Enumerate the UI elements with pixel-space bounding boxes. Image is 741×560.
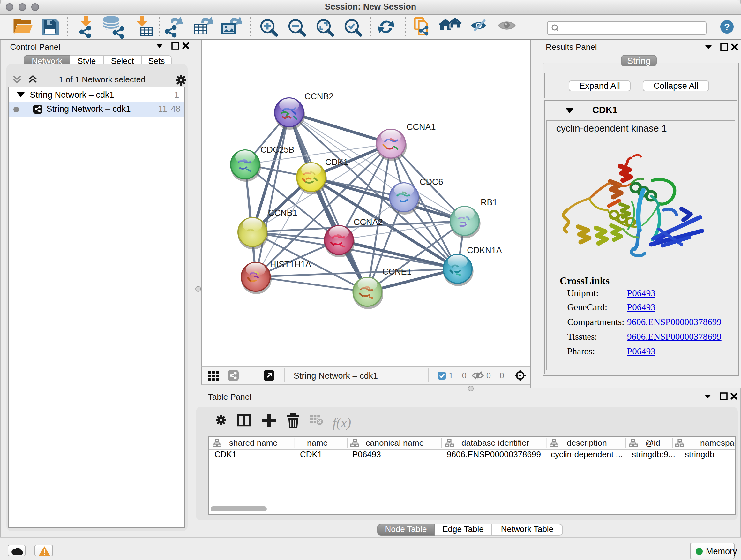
svg-text:CDC6: CDC6 [420, 177, 443, 187]
svg-text:f(x): f(x) [333, 415, 351, 430]
svg-text:1 – 0: 1 – 0 [449, 371, 467, 380]
svg-text:CDK1: CDK1 [325, 158, 348, 167]
svg-text:CDKN1A: CDKN1A [467, 246, 502, 255]
svg-text:CCNE1: CCNE1 [382, 267, 412, 276]
svg-text:String Network – cdk1: String Network – cdk1 [293, 371, 378, 381]
svg-text:HIST1H1A: HIST1H1A [270, 260, 311, 269]
svg-text:?: ? [724, 22, 730, 32]
svg-text:CCNA1: CCNA1 [407, 122, 436, 132]
svg-text:CCNB2: CCNB2 [305, 91, 334, 101]
svg-text:CCNA2: CCNA2 [354, 217, 383, 227]
svg-text:RB1: RB1 [481, 198, 497, 207]
svg-text:CDC25B: CDC25B [260, 145, 294, 154]
svg-text:CCNB1: CCNB1 [268, 208, 297, 218]
svg-text:0 – 0: 0 – 0 [486, 371, 504, 380]
